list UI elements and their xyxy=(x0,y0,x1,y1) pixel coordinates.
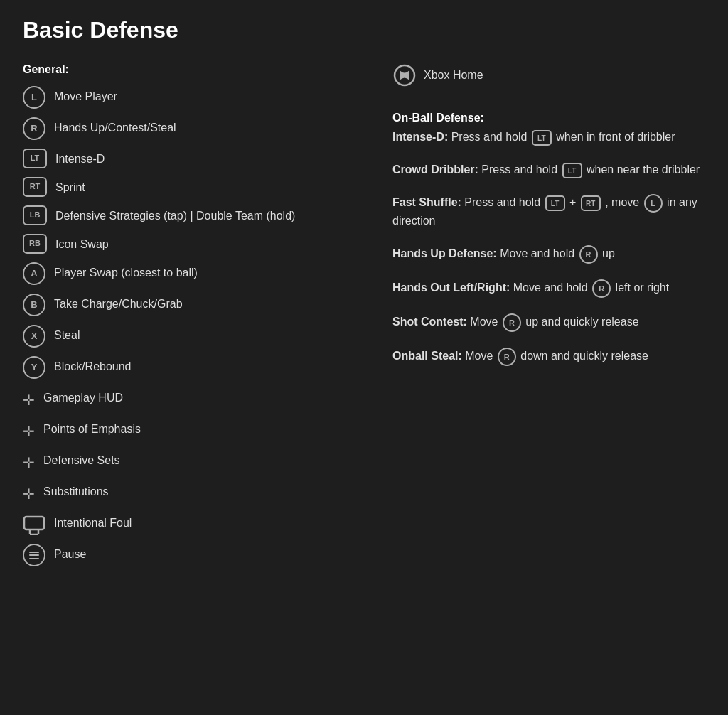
steal-label: Steal xyxy=(54,325,80,343)
onball-steal-desc: Onball Steal: Move R down and quickly re… xyxy=(392,348,705,366)
lt-inline-icon: LT xyxy=(532,130,552,146)
defensive-sets-label: Defensive Sets xyxy=(43,450,120,468)
r-inline-icon: R xyxy=(498,348,516,366)
list-item: LT Intense-D xyxy=(23,149,364,168)
list-item: R Hands Up/Contest/Steal xyxy=(23,117,364,140)
list-item: ✛ Gameplay HUD xyxy=(23,387,364,410)
r-inline-icon: R xyxy=(579,245,598,264)
list-item: LB Defensive Strategies (tap) | Double T… xyxy=(23,205,364,225)
hands-up-defense-section: Hands Up Defense: Move and hold R up xyxy=(392,245,705,264)
r-inline-icon: R xyxy=(503,313,521,332)
rt-button-icon: RT xyxy=(23,177,47,197)
intentional-foul-icon xyxy=(23,515,46,535)
substitutions-label: Substitutions xyxy=(43,481,109,500)
block-rebound-label: Block/Rebound xyxy=(54,356,132,375)
menu-button-icon xyxy=(23,544,46,566)
shot-contest-desc: Shot Contest: Move R up and quickly rele… xyxy=(392,313,705,332)
list-item: ✛ Points of Emphasis xyxy=(23,419,364,441)
intense-d-desc: Intense-D: Press and hold LT when in fro… xyxy=(392,129,705,146)
list-item: ✛ Defensive Sets xyxy=(23,450,364,473)
icon-swap-label: Icon Swap xyxy=(55,234,109,252)
fast-shuffle-section: Fast Shuffle: Press and hold LT + RT , m… xyxy=(392,194,705,230)
x-button-icon: X xyxy=(23,325,46,348)
list-item: B Take Charge/Chuck/Grab xyxy=(23,294,364,316)
crowd-dribbler-section: Crowd Dribbler: Press and hold LT when n… xyxy=(392,161,705,178)
list-item: RB Icon Swap xyxy=(23,234,364,254)
menu-lines xyxy=(29,552,39,559)
rt-inline-icon: RT xyxy=(581,195,601,211)
xbox-home-label: Xbox Home xyxy=(424,63,483,83)
sprint-label: Sprint xyxy=(55,177,85,195)
lt-inline-icon: LT xyxy=(545,195,565,211)
on-ball-defense-section: On-Ball Defense: Intense-D: Press and ho… xyxy=(392,112,705,146)
list-item: X Steal xyxy=(23,325,364,348)
l-inline-icon: L xyxy=(644,194,663,213)
shot-contest-section: Shot Contest: Move R up and quickly rele… xyxy=(392,313,705,332)
content-area: General: L Move Player R Hands Up/Contes… xyxy=(23,63,705,575)
hands-up-label: Hands Up/Contest/Steal xyxy=(54,117,176,136)
hands-out-desc: Hands Out Left/Right: Move and hold R le… xyxy=(392,279,705,298)
xbox-home-icon xyxy=(392,63,417,92)
svg-rect-0 xyxy=(24,517,44,529)
list-item: Pause xyxy=(23,544,364,566)
pause-label: Pause xyxy=(54,544,86,562)
b-button-icon: B xyxy=(23,294,46,316)
dpad-icon: ✛ xyxy=(23,421,35,441)
dpad-icon: ✛ xyxy=(23,453,35,473)
page-title: Basic Defense xyxy=(23,17,705,43)
rb-button-icon: RB xyxy=(23,234,47,254)
r-button-icon: R xyxy=(23,117,46,140)
hands-up-defense-desc: Hands Up Defense: Move and hold R up xyxy=(392,245,705,264)
gameplay-hud-label: Gameplay HUD xyxy=(43,387,123,406)
intentional-foul-label: Intentional Foul xyxy=(54,512,132,531)
lt-button-icon: LT xyxy=(23,149,47,168)
list-item: RT Sprint xyxy=(23,177,364,197)
player-swap-label: Player Swap (closest to ball) xyxy=(54,262,198,281)
list-item: ✛ Substitutions xyxy=(23,481,364,504)
onball-steal-section: Onball Steal: Move R down and quickly re… xyxy=(392,348,705,366)
on-ball-defense-title: On-Ball Defense: xyxy=(392,112,705,124)
r-inline-icon: R xyxy=(592,279,611,298)
list-item: Intentional Foul xyxy=(23,512,364,535)
l-button-icon: L xyxy=(23,86,46,109)
take-charge-label: Take Charge/Chuck/Grab xyxy=(54,294,183,312)
fast-shuffle-desc: Fast Shuffle: Press and hold LT + RT , m… xyxy=(392,194,705,230)
lt-inline-icon: LT xyxy=(562,163,582,178)
menu-line xyxy=(29,558,39,559)
move-player-label: Move Player xyxy=(54,86,117,104)
dpad-icon: ✛ xyxy=(23,484,35,504)
lb-button-icon: LB xyxy=(23,205,47,225)
list-item: L Move Player xyxy=(23,86,364,109)
list-item: A Player Swap (closest to ball) xyxy=(23,262,364,285)
list-item: Y Block/Rebound xyxy=(23,356,364,379)
right-column: Xbox Home On-Ball Defense: Intense-D: Pr… xyxy=(392,63,705,575)
xbox-home-item: Xbox Home xyxy=(392,63,705,92)
y-button-icon: Y xyxy=(23,356,46,379)
defensive-strategies-label: Defensive Strategies (tap) | Double Team… xyxy=(55,205,295,224)
general-label: General: xyxy=(23,63,364,76)
a-button-icon: A xyxy=(23,262,46,285)
left-column: General: L Move Player R Hands Up/Contes… xyxy=(23,63,364,575)
intense-d-label: Intense-D xyxy=(55,149,105,167)
points-of-emphasis-label: Points of Emphasis xyxy=(43,419,141,437)
crowd-dribbler-desc: Crowd Dribbler: Press and hold LT when n… xyxy=(392,161,705,178)
menu-line xyxy=(29,554,39,556)
hands-out-section: Hands Out Left/Right: Move and hold R le… xyxy=(392,279,705,298)
menu-line xyxy=(29,552,39,553)
dpad-icon: ✛ xyxy=(23,390,35,410)
